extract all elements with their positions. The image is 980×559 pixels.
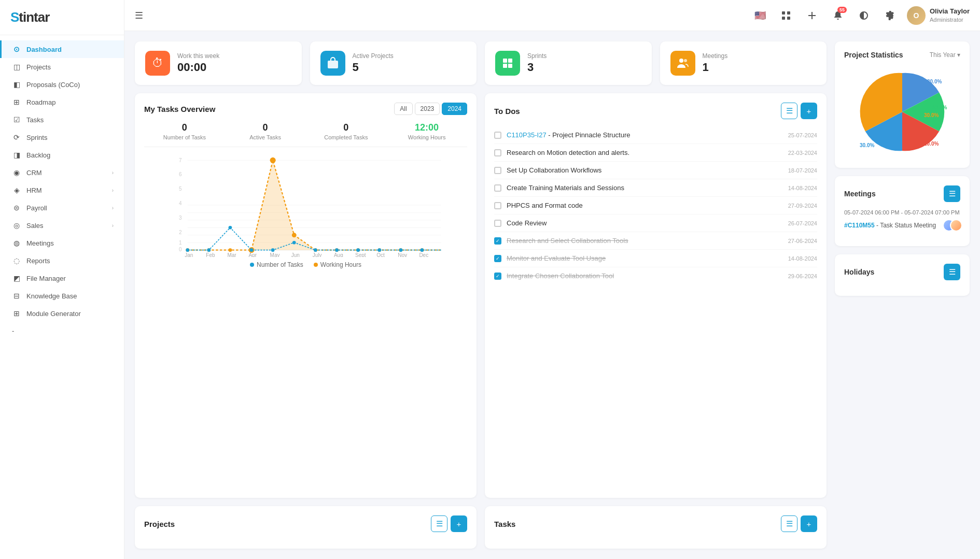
todo-check-4[interactable] (494, 184, 501, 192)
svg-text:1: 1 (179, 240, 182, 246)
sidebar-item-label: Payroll (26, 204, 107, 212)
app-logo: Stintar (10, 9, 114, 25)
svg-point-45 (271, 248, 275, 252)
projects-icon: ◫ (12, 63, 21, 71)
sidebar-item-label: HRM (26, 187, 107, 194)
sidebar-item-crm[interactable]: ◉ CRM › (0, 164, 124, 181)
sidebar-item-reports[interactable]: ◌ Reports (0, 252, 124, 269)
svg-text:Oct: Oct (376, 252, 385, 257)
sidebar-item-meetings[interactable]: ◍ Meetings (0, 234, 124, 252)
settings-icon[interactable] (881, 7, 899, 24)
sidebar-item-more[interactable]: - (0, 322, 124, 339)
sidebar-item-tasks[interactable]: ☑ Tasks (0, 111, 124, 128)
crm-arrow: › (112, 170, 114, 176)
holidays-list-btn[interactable]: ☰ (944, 264, 960, 280)
work-week-value: 00:00 (177, 61, 219, 74)
sidebar-item-label: Sprints (26, 134, 114, 141)
tasks-overview-title: My Tasks Overview (144, 105, 215, 113)
topbar: ☰ 🇺🇸 55 O Olivia Taylor Administrator (124, 0, 980, 31)
user-profile[interactable]: O Olivia Taylor Administrator (907, 6, 970, 25)
sidebar-logo: Stintar (0, 0, 124, 35)
todos-add-btn[interactable]: + (801, 103, 817, 119)
tab-2024[interactable]: 2024 (442, 103, 467, 115)
plus-icon[interactable] (803, 7, 821, 24)
flag-icon[interactable]: 🇺🇸 (751, 7, 769, 24)
avatar: O (907, 6, 926, 25)
todo-check-7[interactable]: ✓ (494, 237, 501, 245)
sidebar-nav: ⊙ Dashboard ◫ Projects ◧ Proposals (CoCo… (0, 35, 124, 559)
todo-item-2: Research on Motion detection and alerts.… (494, 144, 817, 162)
tab-2023[interactable]: 2023 (415, 103, 440, 115)
holidays-card-header: Holidays ☰ (844, 264, 960, 280)
projects-list-btn[interactable]: ☰ (431, 515, 447, 532)
todo-item-5: PHPCS and Format code 27-09-2024 (494, 197, 817, 214)
svg-text:Dec: Dec (419, 252, 428, 257)
todo-check-5[interactable] (494, 202, 501, 209)
tasks-line (188, 227, 441, 250)
svg-point-51 (399, 248, 403, 252)
apps-icon[interactable] (777, 7, 795, 24)
pie-chart: 20.0% 10.0% 10.0% 30.0% (850, 65, 954, 159)
project-statistics-card: Project Statistics This Year ▾ 20.0% (835, 41, 970, 168)
notification-icon[interactable]: 55 (829, 7, 847, 24)
year-filter[interactable]: This Year ▾ (930, 51, 960, 59)
menu-toggle-icon[interactable]: ☰ (135, 10, 143, 21)
meetings-card-title: Meetings (844, 190, 876, 198)
meetings-list-btn[interactable]: ☰ (944, 185, 960, 202)
todos-header: To Dos ☰ + (494, 103, 817, 119)
sidebar-item-projects[interactable]: ◫ Projects (0, 58, 124, 76)
holidays-title: Holidays (844, 268, 874, 276)
todo-check-9[interactable]: ✓ (494, 273, 501, 280)
pie-chart-container: 20.0% 10.0% 10.0% 30.0% (844, 65, 960, 159)
svg-text:Feb: Feb (206, 252, 215, 257)
svg-rect-2 (782, 17, 785, 20)
meeting-link-1[interactable]: #C110M55 (844, 222, 875, 229)
dashboard-icon: ⊙ (12, 45, 21, 53)
todo-check-3[interactable] (494, 167, 501, 174)
active-projects-icon (320, 51, 345, 76)
svg-text:July: July (313, 252, 322, 257)
sidebar-item-proposals[interactable]: ◧ Proposals (CoCo) (0, 76, 124, 93)
todo-item-4: Create Training Materials and Sessions 1… (494, 179, 817, 197)
todos-list-btn[interactable]: ☰ (781, 103, 797, 119)
content-area: ⏱ Work this week 00:00 Active Projects 5 (124, 31, 980, 559)
tasks-list-btn[interactable]: ☰ (781, 515, 797, 532)
bottom-panels: Projects ☰ + Tasks ☰ + (135, 506, 827, 549)
projects-add-btn[interactable]: + (451, 515, 467, 532)
sidebar-item-modulegenerator[interactable]: ⊞ Module Generator (0, 305, 124, 322)
todo-link-1[interactable]: C110P35-I27 (507, 131, 547, 139)
reports-icon: ◌ (12, 256, 21, 265)
tasks-title: Tasks (494, 520, 515, 528)
todo-check-6[interactable] (494, 220, 501, 227)
sidebar-item-sprints[interactable]: ⟳ Sprints (0, 128, 124, 146)
hrm-arrow: › (112, 188, 114, 193)
meetings-value: 1 (703, 61, 728, 74)
meeting-avatar-2 (950, 219, 962, 232)
todo-check-8[interactable]: ✓ (494, 255, 501, 262)
sidebar-item-sales[interactable]: ◎ Sales › (0, 217, 124, 234)
chart-legend: Number of Tasks Working Hours (144, 261, 467, 268)
sales-arrow: › (112, 223, 114, 228)
sidebar-item-knowledgebase[interactable]: ⊟ Knowledge Base (0, 287, 124, 305)
tab-all[interactable]: All (394, 103, 412, 115)
sidebar-item-backlog[interactable]: ◨ Backlog (0, 146, 124, 164)
todo-check-2[interactable] (494, 149, 501, 156)
projects-btn-group: ☰ + (431, 515, 467, 532)
sprints-icon: ⟳ (12, 133, 21, 141)
sidebar-item-payroll[interactable]: ⊜ Payroll › (0, 199, 124, 217)
todo-check-1[interactable] (494, 132, 501, 139)
projects-panel-header: Projects ☰ + (144, 515, 467, 532)
svg-rect-9 (503, 64, 507, 68)
middle-row: My Tasks Overview All 2023 2024 0 Number… (135, 93, 827, 498)
svg-point-49 (356, 248, 360, 252)
dark-mode-icon[interactable] (855, 7, 873, 24)
sidebar-item-hrm[interactable]: ◈ HRM › (0, 181, 124, 199)
sidebar-item-filemanager[interactable]: ◩ File Manager (0, 269, 124, 287)
tasks-add-btn[interactable]: + (801, 515, 817, 532)
svg-point-47 (314, 248, 317, 252)
crm-icon: ◉ (12, 168, 21, 177)
sidebar-item-roadmap[interactable]: ⊞ Roadmap (0, 93, 124, 111)
sidebar-item-label: Knowledge Base (26, 292, 114, 300)
sidebar-item-dashboard[interactable]: ⊙ Dashboard (0, 40, 124, 58)
todos-title: To Dos (494, 107, 520, 116)
